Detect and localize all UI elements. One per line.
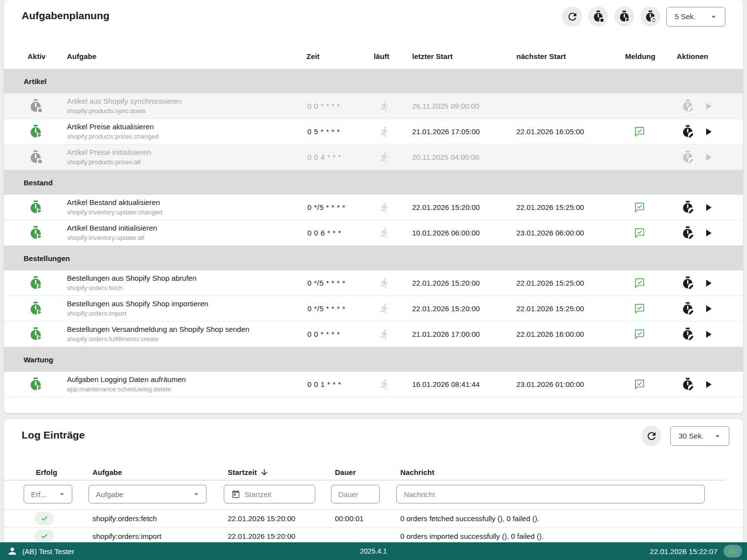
success-badge — [34, 512, 54, 525]
edit-schedule-icon[interactable] — [681, 378, 694, 391]
timer-stop-icon — [592, 10, 604, 23]
log-title: Log Einträge — [22, 429, 85, 441]
startzeit-filter-field[interactable] — [224, 485, 315, 503]
log-dauer: 00:00:01 — [331, 514, 396, 523]
current-user: (AB) Test Tester — [7, 546, 74, 557]
col-nachricht: Nachricht — [396, 468, 725, 476]
nachricht-filter-input[interactable] — [404, 490, 699, 499]
task-active-timer-icon[interactable] — [29, 301, 43, 316]
log-refresh-interval-select[interactable]: 30 Sek. — [670, 426, 729, 446]
section-header: Wartung — [4, 347, 743, 372]
message-check-icon[interactable] — [633, 277, 646, 289]
status-timestamp: 22.01.2026 15:22:07 — [650, 547, 717, 556]
message-check-icon[interactable] — [633, 328, 646, 340]
edit-schedule-icon[interactable] — [681, 99, 694, 113]
task-cron: 0 5 * * * * — [302, 127, 370, 136]
task-command: app:maintenance:schedulelog:delete — [67, 385, 302, 394]
run-now-icon[interactable] — [702, 303, 714, 315]
task-command: shopify:products:sync:down — [67, 107, 302, 116]
col-aufgabe: Aufgabe — [89, 468, 224, 476]
task-command: shopify:products:prices:changed — [67, 132, 302, 142]
run-now-icon[interactable] — [702, 151, 714, 163]
task-next-start: 23.01.2026 01:00:00 — [512, 380, 621, 388]
task-active-timer-icon[interactable] — [29, 200, 43, 214]
sort-descending-icon[interactable] — [260, 468, 269, 477]
col-startzeit[interactable]: Startzeit — [224, 468, 331, 477]
run-now-icon[interactable] — [702, 100, 714, 112]
run-now-icon[interactable] — [702, 126, 714, 138]
task-cron: 0 */5 * * * * — [302, 304, 370, 313]
run-now-icon[interactable] — [702, 328, 714, 340]
edit-schedule-icon[interactable] — [681, 150, 694, 164]
task-active-timer-icon[interactable] — [29, 377, 43, 391]
running-icon — [379, 303, 390, 315]
message-check-icon[interactable] — [633, 227, 646, 239]
running-icon — [379, 202, 390, 213]
running-icon — [379, 100, 390, 112]
log-table-header: Erfolg Aufgabe Startzeit Dauer Nachricht — [4, 465, 725, 480]
task-last-start: 21.01.2026 17:00:00 — [408, 330, 512, 338]
log-table-body: shopify:orders:fetch 22.01.2026 15:20:00… — [4, 509, 743, 545]
task-inactive-timer-icon[interactable] — [29, 150, 43, 164]
aufgabe-filter-select[interactable]: Aufgabe — [89, 485, 207, 503]
task-active-timer-icon[interactable] — [29, 327, 43, 341]
edit-schedule-icon[interactable] — [681, 201, 694, 214]
dauer-filter-input[interactable] — [338, 490, 374, 499]
run-now-icon[interactable] — [702, 227, 714, 239]
task-title: Artikel Bestand initialisieren — [67, 223, 302, 234]
task-active-timer-icon[interactable] — [29, 124, 43, 139]
message-check-icon[interactable] — [633, 378, 646, 390]
erfolg-filter-select[interactable]: Erf... — [24, 485, 72, 503]
message-check-icon[interactable] — [633, 201, 646, 213]
run-now-icon[interactable] — [702, 202, 714, 213]
schedule-toolbar: 5 Sek. — [562, 6, 725, 27]
running-icon — [379, 126, 390, 138]
section-label: Wartung — [24, 355, 53, 364]
interval-value: 30 Sek. — [679, 432, 704, 440]
start-all-tasks-button[interactable] — [614, 6, 634, 27]
task-row: Bestellungen Versandmeldung an Shopify S… — [4, 322, 743, 347]
startzeit-filter-input[interactable] — [244, 490, 310, 499]
message-check-icon[interactable] — [633, 302, 646, 315]
stop-all-tasks-button[interactable] — [588, 6, 608, 27]
edit-schedule-icon[interactable] — [681, 302, 694, 315]
edit-schedule-icon[interactable] — [681, 125, 694, 138]
calendar-icon[interactable] — [231, 490, 240, 499]
edit-schedule-icon[interactable] — [681, 226, 694, 239]
sync-tasks-button[interactable] — [640, 6, 660, 27]
edit-schedule-icon[interactable] — [681, 276, 694, 290]
col-zeit: Zeit — [302, 52, 370, 60]
task-cron: 0 */5 * * * * — [302, 203, 370, 211]
task-inactive-timer-icon[interactable] — [29, 99, 43, 113]
task-active-timer-icon[interactable] — [29, 276, 43, 290]
refresh-button[interactable] — [562, 6, 582, 27]
run-now-icon[interactable] — [702, 379, 714, 390]
dauer-filter-field[interactable] — [331, 485, 380, 503]
run-now-icon[interactable] — [702, 277, 714, 289]
col-meldung: Meldung — [621, 52, 673, 60]
nachricht-filter-field[interactable] — [396, 485, 705, 503]
task-last-start: 22.01.2026 15:20:00 — [408, 304, 512, 313]
task-cron: 0 */5 * * * * — [302, 279, 370, 287]
task-cron: 0 0 1 * * * — [302, 380, 370, 388]
interval-value: 5 Sek. — [675, 12, 696, 21]
task-last-start: 16.01.2026 08:41:44 — [408, 380, 512, 388]
message-check-icon[interactable] — [633, 125, 646, 138]
schedule-refresh-interval-select[interactable]: 5 Sek. — [666, 7, 725, 27]
task-command: shopify:inventory:update:all — [67, 234, 302, 243]
section-header: Bestand — [4, 170, 743, 195]
check-icon — [40, 532, 49, 540]
app-version: 2025.4.1 — [360, 547, 387, 555]
task-active-timer-icon[interactable] — [29, 226, 43, 240]
task-next-start: 22.01.2026 15:25:00 — [512, 304, 621, 313]
task-next-start: 22.01.2026 15:25:00 — [512, 279, 621, 287]
task-cron: 0 0 * * * * — [302, 102, 370, 110]
task-title: Artikel Bestand aktualisieren — [67, 197, 302, 208]
log-refresh-button[interactable] — [641, 426, 661, 446]
col-aufgabe: Aufgabe — [63, 52, 302, 60]
task-title: Artikel Preise aktualisieren — [67, 121, 302, 132]
section-label: Artikel — [24, 77, 47, 86]
status-badge[interactable]: SL — [723, 545, 742, 558]
edit-schedule-icon[interactable] — [681, 327, 694, 341]
log-panel: Log Einträge 30 Sek. Erfolg Aufgabe Star… — [4, 419, 743, 547]
